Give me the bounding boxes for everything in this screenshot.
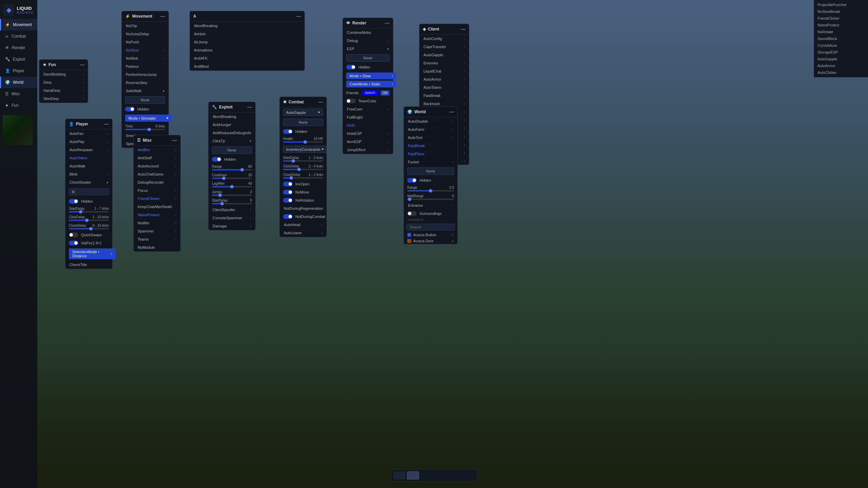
render-teamcolor-toggle[interactable] — [346, 99, 356, 103]
fun-derp[interactable]: Derp › — [39, 78, 88, 86]
player-quickswaps-toggle[interactable] — [69, 232, 78, 237]
render-itemesp[interactable]: ItemESP › — [343, 138, 393, 146]
rs-item-projectile[interactable]: ProjectilePuncher — [814, 1, 868, 8]
render-none-btn[interactable]: None — [346, 54, 390, 62]
render-freecam[interactable]: FreeCam › — [343, 105, 393, 113]
client-autogapple[interactable]: AutoGapple › — [419, 51, 469, 59]
render-hud[interactable]: HUD — [343, 121, 393, 129]
world-autofarm[interactable]: AutoFarm › — [404, 125, 457, 134]
render-hidden-toggle[interactable] — [346, 65, 356, 69]
a-animations[interactable]: Animations — [190, 46, 304, 54]
movement-nojumpdelay[interactable]: NoJumpDelay — [122, 30, 169, 38]
movement-perfecthorsejump[interactable]: PerfectHorseJump — [122, 70, 169, 79]
sidebar-item-misc[interactable]: ☰ Misc — [0, 88, 37, 100]
world-fucker[interactable]: Fucker › — [404, 158, 457, 166]
movement-safewalk[interactable]: SafeWalk ▾ — [122, 87, 169, 95]
player-hidden-toggle[interactable] — [69, 199, 78, 204]
client-autoconfig[interactable]: AutoConfig › — [419, 35, 469, 43]
a-aimbot[interactable]: Aimbot — [190, 30, 304, 38]
client-enemies[interactable]: Enemies › — [419, 59, 469, 67]
a-antiblind[interactable]: AntiBlind — [190, 62, 304, 70]
rs-item-friendclicker[interactable]: FriendClicker — [814, 15, 868, 22]
player-search-input[interactable] — [69, 188, 109, 195]
render-holeesp[interactable]: HoleESP › — [343, 129, 393, 138]
misc-mymodule[interactable]: MyModule — [134, 243, 180, 251]
sidebar-item-movement[interactable]: ⚡ Movement — [0, 19, 37, 30]
panel-player-close[interactable]: — — [104, 122, 109, 126]
exploit-clientspoofer[interactable]: ClientSpoofer › — [209, 206, 255, 214]
close-delay-track[interactable] — [69, 228, 109, 229]
world-entrance[interactable]: Entrance › — [404, 201, 457, 209]
fun-dankbobbing[interactable]: DankBobbing › — [39, 70, 88, 78]
client-fastbreak[interactable]: FastBreak › — [419, 92, 469, 100]
jumps-track[interactable] — [212, 195, 252, 196]
client-autoarmor[interactable]: AutoArmor › — [419, 75, 469, 83]
rs-item-autoarmor[interactable]: AutoArmor — [814, 62, 868, 69]
fun-handderp[interactable]: HandDerp › — [39, 86, 88, 95]
world-none-btn[interactable]: None — [407, 167, 454, 175]
client-liquidchat[interactable]: LiquidChat › — [419, 67, 469, 75]
misc-notifier[interactable]: Notifier › — [134, 219, 180, 227]
a-abortbreaking[interactable]: AbortBreaking — [190, 22, 304, 30]
misc-teams[interactable]: Teams › — [134, 235, 180, 243]
misc-friendclicker[interactable]: FriendClicker › — [134, 195, 180, 203]
exploit-clicktp[interactable]: ClickTp ▾ — [209, 137, 255, 145]
cstart-delay-track[interactable] — [283, 160, 323, 162]
exploit-antihunger[interactable]: AntiHunger › — [209, 121, 255, 129]
health-track[interactable] — [283, 141, 323, 143]
combat-hidden-toggle[interactable] — [283, 129, 293, 134]
sidebar-item-world[interactable]: 🌍 World — [0, 77, 37, 88]
lagafter-track[interactable] — [212, 186, 252, 187]
misc-autochatgame[interactable]: AutoChatGame › — [134, 170, 180, 178]
exploit-damage[interactable]: Damage › — [209, 222, 255, 230]
combat-notduringregen[interactable]: NotDuringRegeneration — [280, 204, 327, 212]
rs-item-autoclicker[interactable]: AutoClicker — [814, 69, 868, 76]
player-autofan[interactable]: AutoFan › — [65, 129, 112, 138]
sidebar-item-player[interactable]: 👤 Player — [0, 65, 37, 77]
panel-fun-close[interactable]: — — [80, 62, 84, 67]
exploit-consolespammer[interactable]: ConsoleSpammer › — [209, 214, 255, 222]
panel-combat-close[interactable]: — — [318, 100, 323, 104]
taskbar-item-2[interactable] — [407, 471, 419, 480]
movement-hidden-toggle[interactable] — [125, 107, 135, 111]
render-esp[interactable]: ESP ▾ — [343, 45, 393, 53]
misc-spammer[interactable]: Spammer › — [134, 227, 180, 235]
player-autowalk[interactable]: AutoWalk — [65, 162, 112, 170]
render-jumpeffect[interactable]: JumpEffect › — [343, 146, 393, 154]
a-airjump[interactable]: AirJump — [190, 38, 304, 46]
combat-autoleave[interactable]: AutoLeave › — [280, 229, 327, 237]
misc-antistaff[interactable]: AntiStaff › — [134, 154, 180, 162]
combat-notduringcombat-toggle[interactable] — [283, 214, 293, 219]
world-target-acacia-button[interactable]: ✓ Acacia Button ✓ — [404, 232, 457, 238]
movement-noclip[interactable]: NoClip — [122, 22, 169, 30]
rs-item-nameprotect[interactable]: NameProtect — [814, 22, 868, 28]
panel-world-close[interactable]: — — [449, 109, 454, 114]
sidebar-item-render[interactable]: 👁 Render — [0, 42, 37, 54]
render-colormode-btn[interactable]: ColorMode • Static › — [346, 81, 396, 87]
movement-noslow[interactable]: NoSlow › — [122, 46, 169, 54]
misc-keepchat[interactable]: KeepChatAfterDeath — [134, 203, 180, 211]
world-surroundings-toggle[interactable] — [407, 211, 417, 216]
exploit-none-btn[interactable]: None — [212, 146, 252, 154]
world-target-acacia-door[interactable]: Acacia Door ✓ — [404, 238, 457, 244]
player-autototem[interactable]: AutoTotem — [65, 154, 112, 162]
misc-autoaccount[interactable]: AutoAccount › — [134, 162, 180, 170]
player-viafix-toggle[interactable] — [69, 241, 78, 245]
player-autoplay[interactable]: AutoPlay › — [65, 138, 112, 146]
render-fullbright[interactable]: FullBright — [343, 113, 393, 121]
world-range-track[interactable] — [407, 190, 454, 191]
sidebar-item-combat[interactable]: ⚔ Combat — [0, 30, 37, 42]
rs-item-swordblock[interactable]: SwordBlock — [814, 35, 868, 42]
movement-parkour[interactable]: Parkour — [122, 62, 169, 70]
friends-color-enable[interactable]: ON — [380, 90, 390, 96]
world-autodisable[interactable]: AutoDisable › — [404, 117, 457, 125]
render-mode-btn[interactable]: Mode • Glow › — [346, 73, 396, 79]
movement-reversestep[interactable]: ReverseStep — [122, 79, 169, 87]
movement-nopush[interactable]: NoPush — [122, 38, 169, 46]
exploit-hidden-toggle[interactable] — [212, 157, 221, 162]
cclick-delay-track[interactable] — [283, 169, 323, 170]
player-checktitle[interactable]: CheckTitle — [65, 261, 112, 269]
rs-item-crystalaura[interactable]: CrystalAura — [814, 42, 868, 49]
startdelay-track[interactable] — [212, 203, 252, 204]
player-blink[interactable]: Blink › — [65, 170, 112, 178]
